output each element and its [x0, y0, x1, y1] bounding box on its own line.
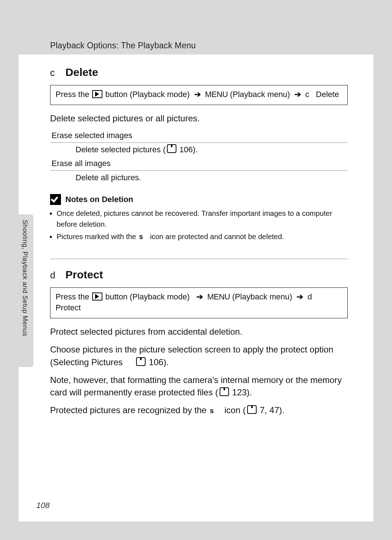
- para3-pre: Note, however, that formatting the camer…: [50, 375, 342, 398]
- breadcrumb-press: Press the: [56, 292, 89, 301]
- notes-on-deletion: Notes on Deletion Once deleted, pictures…: [50, 194, 348, 243]
- para3-ref: 123: [232, 387, 247, 397]
- protect-s-icon: s: [209, 406, 215, 416]
- manual-ref-icon: [220, 390, 229, 396]
- playback-icon: [92, 293, 102, 301]
- breadcrumb-tail: Protect: [56, 303, 81, 312]
- para3-post: ).: [247, 387, 252, 397]
- def-term-erase-selected: Erase selected images: [50, 130, 348, 143]
- menu-label: MENU: [207, 292, 230, 301]
- para4-mid: icon (: [222, 405, 246, 415]
- protect-para2: Choose pictures in the picture selection…: [50, 343, 348, 369]
- breadcrumb-tail-prefix: d: [307, 292, 312, 301]
- def-desc-erase-selected: Delete selected pictures ( 106).: [50, 143, 348, 158]
- breadcrumb-delete: Press the button (Playback mode) ➔ MENU …: [50, 85, 348, 105]
- delete-definitions: Erase selected images Delete selected pi…: [50, 130, 348, 186]
- manual-ref-icon: [167, 146, 176, 153]
- manual-ref-icon: [247, 407, 257, 414]
- def-desc-pre: Delete selected pictures (: [75, 145, 166, 154]
- breadcrumb-protect: Press the button (Playback mode) ➔ MENU …: [50, 287, 348, 319]
- viewport: Playback Options: The Playback Menu Shoo…: [0, 0, 392, 540]
- breadcrumb-tail-prefix: c: [305, 90, 309, 99]
- section-delete-heading: Delete: [65, 66, 98, 78]
- breadcrumb-btn: button (Playback mode): [105, 90, 189, 99]
- breadcrumb-press: Press the: [56, 90, 89, 99]
- breadcrumb-tail: Delete: [316, 90, 339, 99]
- section-protect-prefix: d: [50, 270, 57, 281]
- para2-post: ).: [163, 357, 169, 367]
- side-tab-label: Shooting, Playback and Setup Menus: [21, 220, 29, 337]
- manual-ref-icon: [136, 359, 146, 366]
- notes-title-text: Notes on Deletion: [65, 195, 133, 204]
- para4-post: ).: [279, 405, 285, 415]
- side-tab: Shooting, Playback and Setup Menus: [18, 214, 33, 367]
- menu-label: MENU: [205, 90, 228, 99]
- breadcrumb-menu-after: (Playback menu): [232, 292, 292, 301]
- section-protect-title: d Protect: [50, 269, 348, 281]
- section-divider: [50, 259, 348, 259]
- check-icon: [50, 194, 61, 205]
- def-desc-pre: Delete all pictures.: [75, 173, 141, 182]
- notes-title: Notes on Deletion: [50, 194, 348, 205]
- def-desc-ref: 106: [179, 145, 193, 154]
- notes-item: Pictures marked with the s icon are prot…: [57, 231, 348, 243]
- breadcrumb-menu-after: (Playback menu): [230, 90, 290, 99]
- para4-ref: 7, 47: [260, 405, 279, 415]
- arrow-icon: ➔: [196, 291, 203, 303]
- section-delete-prefix: c: [50, 67, 57, 78]
- def-desc-post: ).: [193, 145, 197, 154]
- section-protect-heading: Protect: [65, 269, 103, 281]
- para2-ref: 106: [149, 357, 163, 367]
- para2-pre: Choose pictures in the picture selection…: [50, 344, 333, 367]
- arrow-icon: ➔: [194, 89, 201, 100]
- def-desc-erase-all: Delete all pictures.: [50, 171, 348, 186]
- arrow-icon: ➔: [294, 89, 301, 100]
- protect-s-icon: s: [138, 232, 144, 243]
- protect-para3: Note, however, that formatting the camer…: [50, 374, 348, 399]
- page-number: 108: [36, 501, 50, 510]
- breadcrumb-btn: button (Playback mode): [105, 292, 189, 301]
- protect-para1: Protect selected pictures from accidenta…: [50, 326, 348, 338]
- arrow-icon: ➔: [297, 291, 303, 303]
- delete-intro: Delete selected pictures or all pictures…: [50, 112, 348, 125]
- protect-para4: Protected pictures are recognized by the…: [50, 404, 348, 417]
- notes-item: Once deleted, pictures cannot be recover…: [57, 208, 348, 230]
- notes-list: Once deleted, pictures cannot be recover…: [50, 208, 348, 243]
- section-delete-title: c Delete: [50, 66, 348, 78]
- content-area: c Delete Press the button (Playback mode…: [50, 62, 348, 422]
- def-term-erase-all: Erase all images: [50, 158, 348, 171]
- page-header-title: Playback Options: The Playback Menu: [50, 41, 196, 51]
- para4-pre: Protected pictures are recognized by the: [50, 405, 209, 415]
- playback-icon: [92, 90, 102, 98]
- page: Playback Options: The Playback Menu Shoo…: [18, 18, 374, 522]
